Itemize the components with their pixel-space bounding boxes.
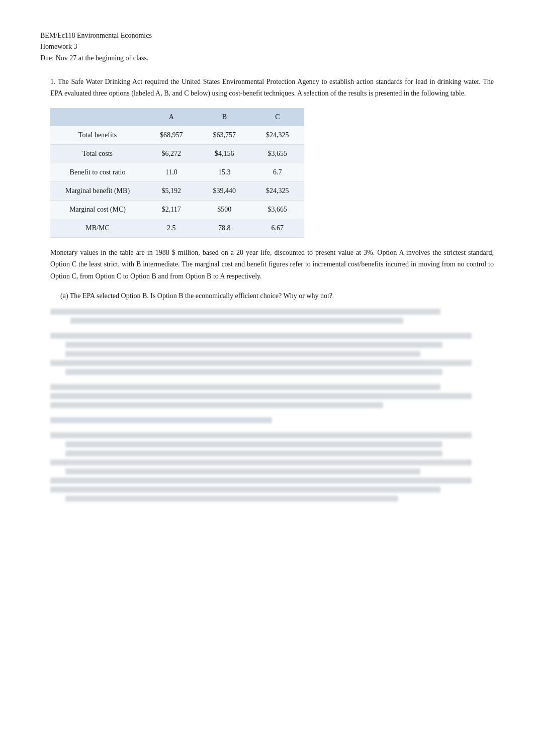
table-header-row: A B C xyxy=(50,108,304,126)
cell-mbmc-b: 78.8 xyxy=(198,219,251,238)
cell-mbmc-a: 2.5 xyxy=(145,219,198,238)
question-1-text: 1. The Safe Water Drinking Act required … xyxy=(50,76,494,99)
sub-text-a: The EPA selected Option B. Is Option B t… xyxy=(70,292,332,300)
cell-mbmc-c: 6.67 xyxy=(251,219,304,238)
sub-label-a: (a) xyxy=(60,292,68,300)
cell-total-benefits-b: $63,757 xyxy=(198,126,251,145)
header-line2: Homework 3 xyxy=(40,41,494,52)
table-row: Marginal benefit (MB) $5,192 $39,440 $24… xyxy=(50,182,304,201)
col-header-a: A xyxy=(145,108,198,126)
cell-total-costs-c: $3,655 xyxy=(251,145,304,163)
sub-question-a: (a) The EPA selected Option B. Is Option… xyxy=(60,290,494,302)
question-body: The Safe Water Drinking Act required the… xyxy=(50,78,494,97)
cell-mc-c: $3,665 xyxy=(251,201,304,219)
cell-bcr-a: 11.0 xyxy=(145,163,198,182)
table-row: MB/MC 2.5 78.8 6.67 xyxy=(50,219,304,238)
cell-mc-a: $2,117 xyxy=(145,201,198,219)
cell-mb-b: $39,440 xyxy=(198,182,251,201)
question-1: 1. The Safe Water Drinking Act required … xyxy=(50,76,494,502)
table-row: Total costs $6,272 $4,156 $3,655 xyxy=(50,145,304,163)
row-label-mb: Marginal benefit (MB) xyxy=(50,182,145,201)
row-label-mbmc: MB/MC xyxy=(50,219,145,238)
cost-benefit-table: A B C Total benefits $68,957 $63,757 $24… xyxy=(50,108,304,238)
row-label-bcr: Benefit to cost ratio xyxy=(50,163,145,182)
cell-total-benefits-a: $68,957 xyxy=(145,126,198,145)
col-header-empty xyxy=(50,108,145,126)
row-label-total-costs: Total costs xyxy=(50,145,145,163)
row-label-mc: Marginal cost (MC) xyxy=(50,201,145,219)
cell-total-costs-a: $6,272 xyxy=(145,145,198,163)
cell-mb-c: $24,325 xyxy=(251,182,304,201)
row-label-total-benefits: Total benefits xyxy=(50,126,145,145)
col-header-c: C xyxy=(251,108,304,126)
question-number: 1. xyxy=(50,78,56,85)
header-line3: Due: Nov 27 at the beginning of class. xyxy=(40,53,494,64)
cell-bcr-c: 6.7 xyxy=(251,163,304,182)
cell-total-benefits-c: $24,325 xyxy=(251,126,304,145)
table-row: Benefit to cost ratio 11.0 15.3 6.7 xyxy=(50,163,304,182)
table-row: Total benefits $68,957 $63,757 $24,325 xyxy=(50,126,304,145)
col-header-b: B xyxy=(198,108,251,126)
cell-mb-a: $5,192 xyxy=(145,182,198,201)
table-footnote: Monetary values in the table are in 1988… xyxy=(50,247,494,281)
blurred-answer-a xyxy=(50,309,494,502)
data-table-wrapper: A B C Total benefits $68,957 $63,757 $24… xyxy=(50,108,494,238)
cell-bcr-b: 15.3 xyxy=(198,163,251,182)
cell-mc-b: $500 xyxy=(198,201,251,219)
header-line1: BEM/Ec118 Environmental Economics xyxy=(40,30,494,41)
cell-total-costs-b: $4,156 xyxy=(198,145,251,163)
table-row: Marginal cost (MC) $2,117 $500 $3,665 xyxy=(50,201,304,219)
document-header: BEM/Ec118 Environmental Economics Homewo… xyxy=(40,30,494,64)
